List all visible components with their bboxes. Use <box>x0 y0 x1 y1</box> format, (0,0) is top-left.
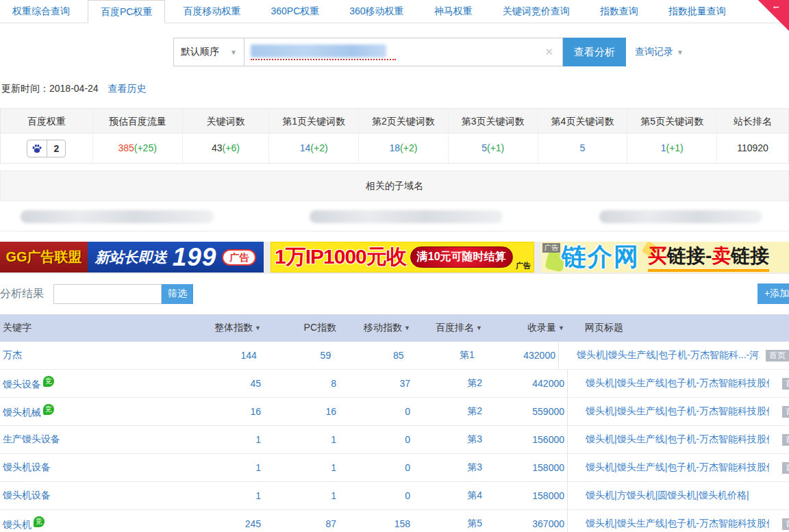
tab-keyword-bidding[interactable]: 关键词竞价查询 <box>490 0 582 23</box>
page-title-link[interactable]: 馒头机|馒头生产线|包子机-万杰智能科技股份... <box>586 518 769 530</box>
bidding-icon: 竞 <box>43 376 54 387</box>
clear-input-icon[interactable]: ✕ <box>544 46 553 58</box>
stats-table: 百度权重 预估百度流量 关键词数 第1页关键词数 第2页关键词数 第3页关键词数… <box>0 108 789 164</box>
bidding-icon: 竞 <box>34 516 45 527</box>
ad3-sell: 卖 <box>712 245 731 266</box>
subdomains-section: 相关的子域名 <box>0 170 789 231</box>
stats-header-page2: 第2页关键词数 <box>359 109 449 134</box>
table-row: 馒头机设备 1 1 0 第4 158000 馒头机|方馒头机|圆馒头机|馒头机价… <box>0 482 789 510</box>
search-bar: 默认顺序 ▼ ✕ 查看分析 查询记录 ▼ <box>173 38 789 66</box>
stats-header-page5: 第5页关键词数 <box>627 109 717 134</box>
view-history-link[interactable]: 查看历史 <box>108 83 147 94</box>
ad-strip: GG广告联盟 新站长即送 199 广告 1万IP1000元收 满10元可随时结算… <box>0 242 789 274</box>
subdomains-title: 相关的子域名 <box>366 180 423 192</box>
table-row: 生产馒头设备 1 1 0 第3 156000 馒头机|馒头生产线|包子机-万杰智… <box>0 426 789 454</box>
sort-icon: ▼ <box>404 325 410 331</box>
header-page-title: 网页标题 <box>567 322 789 334</box>
ad-banner-gg-alliance[interactable]: GG广告联盟 新站长即送 199 广告 <box>0 242 264 273</box>
masked-subdomain <box>599 210 762 223</box>
baidu-weight-value: 2 <box>47 140 65 157</box>
keyword-link[interactable]: 生产馒头设备 <box>0 433 212 446</box>
stats-header-baidu-weight: 百度权重 <box>1 109 93 134</box>
homepage-badge: 首页 <box>766 350 789 362</box>
table-row: 馒头机械竞 16 16 0 第2 559000 馒头机|馒头生产线|包子机-万杰… <box>0 398 789 426</box>
filter-input[interactable] <box>53 284 162 304</box>
sort-order-select[interactable]: 默认顺序 ▼ <box>173 38 245 66</box>
stats-header-page3: 第3页关键词数 <box>449 109 538 134</box>
tab-360-pc-weight[interactable]: 360PC权重 <box>258 0 331 23</box>
ad1-text: 新站长即送 <box>95 248 167 267</box>
subdomains-header: 相关的子域名 <box>0 170 789 201</box>
tab-index-query[interactable]: 指数查询 <box>588 0 651 23</box>
masked-subdomain <box>21 210 214 223</box>
keyword-link[interactable]: 馒头机设备 <box>0 490 212 502</box>
page2-cell[interactable]: 18(+2) <box>359 134 449 163</box>
stats-header-page1: 第1页关键词数 <box>269 109 359 134</box>
header-indexed-count[interactable]: 收录量▼ <box>485 322 567 334</box>
ad3-tag: 广告 <box>542 243 560 253</box>
stats-value-row: 2 385(+25) 43(+6) 14(+2) 18(+2) 5(+1) 5 … <box>1 134 788 163</box>
page-title-link[interactable]: 馒头机|方馒头机|圆馒头机|馒头机价格| <box>586 490 749 502</box>
keyword-link[interactable]: 馒头机设备 <box>0 461 212 474</box>
table-row: 万杰 144 59 85 第1 432000 馒头机|馒头生产线|包子机-万杰智… <box>0 342 789 370</box>
page-title-link[interactable]: 馒头机|馒头生产线|包子机-万杰智能科...-河... <box>577 349 760 362</box>
tab-shenma-weight[interactable]: 神马权重 <box>422 0 485 23</box>
update-time-text: 更新时间：2018-04-24 <box>1 83 99 94</box>
tab-baidu-mobile-weight[interactable]: 百度移动权重 <box>171 0 253 23</box>
header-mobile-index[interactable]: 移动指数▼ <box>339 322 413 334</box>
page-title-link[interactable]: 馒头机|馒头生产线|包子机-万杰智能科技股份... <box>586 405 769 418</box>
keyword-link[interactable]: 馒头机械竞 <box>0 404 212 419</box>
masked-subdomain <box>310 210 503 223</box>
baidu-paw-icon <box>27 143 47 154</box>
results-table: 关键字 整体指数▼ PC指数 移动指数▼ 百度排名▼ 收录量▼ 网页标题 万杰 … <box>0 314 789 532</box>
analyze-button[interactable]: 查看分析 <box>563 38 626 66</box>
keyword-link[interactable]: 万杰 <box>0 349 209 362</box>
tab-weight-overview[interactable]: 权重综合查询 <box>0 0 82 23</box>
page1-cell[interactable]: 14(+2) <box>269 134 359 163</box>
page4-cell[interactable]: 5 <box>538 134 628 163</box>
ad2-tag: 广告 <box>516 261 531 271</box>
page3-cell[interactable]: 5(+1) <box>449 134 538 163</box>
page-title-link[interactable]: 馒头机|馒头生产线|包子机-万杰智能科技股份... <box>586 377 769 390</box>
subdomains-body <box>0 201 789 231</box>
ad-banner-ip-offer[interactable]: 1万IP1000元收 满10元可随时结算 广告 <box>271 242 534 273</box>
header-overall-index[interactable]: 整体指数▼ <box>212 322 264 334</box>
traffic-cell: 385(+25) <box>93 134 183 163</box>
query-records-link[interactable]: 查询记录 ▼ <box>635 38 684 66</box>
table-row: 馒头设备竞 45 8 37 第2 442000 馒头机|馒头生产线|包子机-万杰… <box>0 370 789 398</box>
rank-cell: 110920 <box>717 134 788 163</box>
results-header-row: 关键字 整体指数▼ PC指数 移动指数▼ 百度排名▼ 收录量▼ 网页标题 <box>0 314 789 342</box>
sort-icon: ▼ <box>476 325 482 331</box>
page5-cell[interactable]: 1(+1) <box>627 134 717 163</box>
keyword-link[interactable]: 馒头机竞 <box>0 516 212 531</box>
analysis-filter-row: 分析结果 筛选 +添加新词 <box>0 283 789 305</box>
page-title-link[interactable]: 馒头机|馒头生产线|包子机-万杰智能科技股份... <box>586 461 769 474</box>
tab-index-batch-query[interactable]: 指数批量查询 <box>656 0 738 23</box>
spellcheck-underline <box>251 59 396 60</box>
ad3-buy: 买 <box>648 245 667 266</box>
url-input[interactable]: ✕ <box>244 38 563 66</box>
header-baidu-rank[interactable]: 百度排名▼ <box>413 322 485 334</box>
tab-360-mobile-weight[interactable]: 360移动权重 <box>337 0 416 23</box>
ad2-text: 1万IP1000元收 <box>275 243 406 271</box>
keywords-cell: 43(+6) <box>183 134 270 163</box>
homepage-badge: 首页 <box>782 378 789 390</box>
ad-banner-link-market[interactable]: 广告 链介网 买链接-卖链接 <box>541 242 789 273</box>
header-keyword: 关键字 <box>0 322 212 334</box>
filter-button[interactable]: 筛选 <box>162 284 193 304</box>
chevron-down-icon: ▼ <box>677 49 684 56</box>
homepage-badge: 首页 <box>782 518 789 530</box>
ad2-pill: 满10元可随时结算 <box>410 246 513 268</box>
homepage-badge: 首页 <box>782 434 789 446</box>
homepage-badge: 首页 <box>782 462 789 474</box>
update-time-row: 更新时间：2018-04-24 查看历史 <box>1 83 789 97</box>
header-pc-index: PC指数 <box>264 322 339 334</box>
page-title-link[interactable]: 馒头机|馒头生产线|包子机-万杰智能科技股份... <box>586 433 769 446</box>
analysis-results-label: 分析结果 <box>0 287 44 301</box>
baidu-weight-cell: 2 <box>1 134 93 163</box>
stats-header-page4: 第4页关键词数 <box>538 109 628 134</box>
masked-query-value <box>251 45 386 58</box>
add-keyword-button[interactable]: +添加新词 <box>757 283 789 304</box>
tab-baidu-pc-weight[interactable]: 百度PC权重 <box>88 0 165 23</box>
keyword-link[interactable]: 馒头设备竞 <box>0 376 212 391</box>
